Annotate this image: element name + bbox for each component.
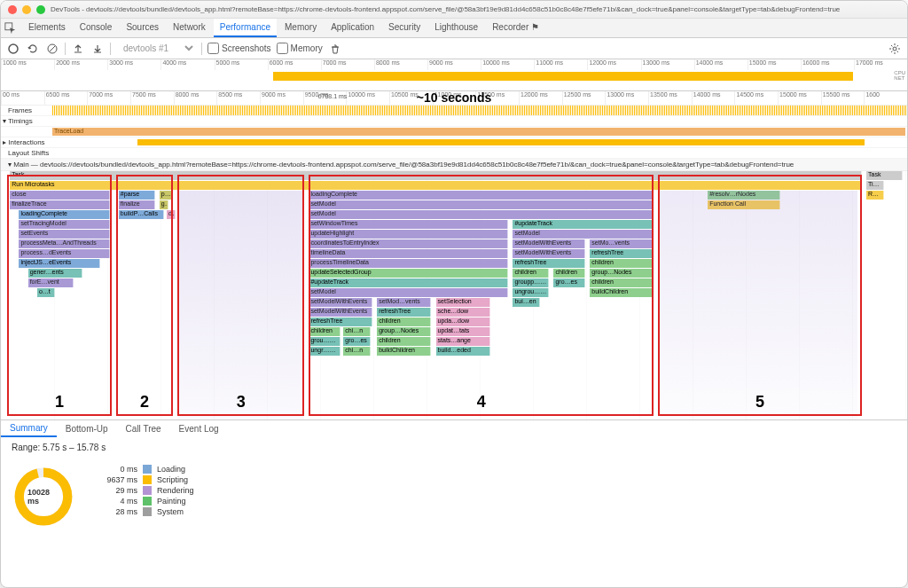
flame-item[interactable]: group…Nodes bbox=[590, 269, 654, 278]
tab-memory[interactable]: Memory bbox=[278, 19, 323, 37]
flame-item[interactable]: loadingComplete bbox=[309, 191, 653, 200]
flame-item[interactable]: buildChildren bbox=[590, 288, 654, 297]
flame-item[interactable]: children bbox=[513, 269, 549, 278]
flame-item[interactable]: gro…es bbox=[553, 278, 585, 287]
main-thread-label[interactable]: ▾ Main — devtools://devtools/bundled/dev… bbox=[1, 159, 907, 171]
flame-item[interactable]: refreshTree bbox=[513, 259, 585, 268]
traceload-bar[interactable]: TraceLoad bbox=[52, 128, 905, 136]
flame-item[interactable]: setWindowTimes bbox=[309, 220, 508, 229]
flame-item[interactable]: setMo…vents bbox=[590, 239, 654, 248]
track-traceload[interactable]: TraceLoad bbox=[1, 127, 907, 137]
flame-item[interactable]: setModelWithEvents bbox=[513, 239, 585, 248]
tab-network[interactable]: Network bbox=[167, 19, 212, 37]
flame-item[interactable]: setTracingModel bbox=[19, 220, 109, 229]
flame-task-right[interactable]: Task bbox=[866, 171, 903, 180]
flame-item[interactable]: setSelection bbox=[436, 298, 490, 307]
screenshots-checkbox[interactable]: Screenshots bbox=[207, 43, 271, 54]
flame-item[interactable]: setModel bbox=[309, 210, 653, 219]
flame-item[interactable]: gener…ents bbox=[28, 269, 82, 278]
flame-microtasks[interactable]: Run Microtasks bbox=[10, 181, 862, 190]
flame-item[interactable]: ungrou…Nodes bbox=[513, 288, 549, 297]
btab-call-tree[interactable]: Call Tree bbox=[117, 421, 170, 436]
flame-item[interactable]: upda…dow bbox=[436, 318, 490, 326]
load-profile-button[interactable] bbox=[71, 42, 85, 56]
flame-item[interactable]: coordinatesToEntryIndex bbox=[309, 239, 508, 248]
flame-item[interactable]: refreshTree bbox=[309, 318, 372, 326]
tab-sources[interactable]: Sources bbox=[120, 19, 165, 37]
flame-item[interactable]: finalize bbox=[119, 200, 155, 209]
flame-item[interactable]: injectJS…eEvents bbox=[19, 259, 100, 268]
flame-item[interactable]: children bbox=[377, 318, 431, 326]
btab-event-log[interactable]: Event Log bbox=[170, 421, 228, 436]
tab-recorder[interactable]: Recorder ⚑ bbox=[486, 19, 545, 37]
flame-item[interactable]: stats…ange bbox=[436, 337, 490, 346]
flame-item[interactable]: build…eded bbox=[436, 347, 490, 356]
flame-item[interactable]: refreshTree bbox=[377, 308, 431, 317]
flame-item[interactable]: process…dEvents bbox=[19, 249, 109, 258]
tab-lighthouse[interactable]: Lighthouse bbox=[428, 19, 484, 37]
flame-item[interactable]: setModelWithEvents bbox=[309, 298, 372, 307]
flame-item[interactable]: grou…odes bbox=[309, 337, 340, 346]
flame-item[interactable]: setModel bbox=[309, 200, 653, 209]
flame-item[interactable]: #updateTrack bbox=[309, 278, 508, 287]
flame-timed[interactable]: Ti…ed bbox=[866, 181, 884, 190]
flame-item[interactable]: processMeta…AndThreads bbox=[19, 239, 109, 248]
flame-item[interactable]: g… bbox=[160, 200, 168, 209]
flame-item[interactable]: setModelWithEvents bbox=[309, 308, 372, 317]
flame-item[interactable]: close bbox=[10, 191, 109, 200]
tab-console[interactable]: Console bbox=[74, 19, 119, 37]
flame-item[interactable]: chi…n bbox=[343, 347, 371, 356]
flame-item[interactable]: updat…tats bbox=[436, 327, 490, 336]
tab-elements[interactable]: Elements bbox=[22, 19, 72, 37]
flame-item[interactable]: buildP…Calls bbox=[119, 210, 164, 219]
flame-item[interactable]: forE…vent bbox=[28, 278, 74, 287]
flame-item[interactable]: groupp…Nodes bbox=[513, 278, 549, 287]
overview[interactable]: 1000 ms2000 ms3000 ms4000 ms5000 ms6000 … bbox=[1, 59, 907, 91]
track-frames[interactable]: Frames bbox=[1, 106, 907, 116]
btab-bottom-up[interactable]: Bottom-Up bbox=[57, 421, 117, 436]
flame-item[interactable]: refreshTree bbox=[590, 249, 654, 258]
flame-item[interactable]: o…t bbox=[37, 288, 55, 297]
collect-garbage-button[interactable] bbox=[328, 42, 342, 56]
flame-item[interactable]: setModel bbox=[309, 288, 508, 297]
flame-item[interactable]: sche…dow bbox=[436, 308, 490, 317]
close-window-icon[interactable] bbox=[8, 5, 17, 14]
track-timings[interactable]: ▾ Timings bbox=[1, 116, 907, 127]
flame-item[interactable]: gro…es bbox=[343, 337, 371, 346]
flame-item[interactable]: processTimelineData bbox=[309, 259, 508, 268]
save-profile-button[interactable] bbox=[90, 42, 105, 56]
flame-ruks[interactable]: Ru…ks bbox=[866, 191, 884, 200]
flame-item[interactable]: d… bbox=[167, 210, 176, 219]
flame-item[interactable]: ungr…odes bbox=[309, 347, 340, 356]
flame-item[interactable]: p… bbox=[160, 191, 173, 200]
fullscreen-window-icon[interactable] bbox=[36, 5, 45, 14]
flame-item[interactable]: children bbox=[590, 278, 654, 287]
flame-task[interactable]: Task bbox=[10, 171, 862, 180]
flame-item[interactable]: setMod…vents bbox=[377, 298, 431, 307]
flame-ruler[interactable]: 00 ms6500 ms7000 ms7500 ms8000 ms8500 ms… bbox=[1, 91, 907, 106]
minimize-window-icon[interactable] bbox=[22, 5, 31, 14]
flame-item[interactable]: finalizeTrace bbox=[10, 200, 109, 209]
flame-item[interactable]: bui…en bbox=[513, 298, 540, 307]
flame-item[interactable]: children bbox=[377, 337, 431, 346]
flame-item[interactable]: setModelWithEvents bbox=[513, 249, 585, 258]
flame-item[interactable]: group…Nodes bbox=[377, 327, 431, 336]
flame-item[interactable]: #parse bbox=[119, 191, 155, 200]
btab-summary[interactable]: Summary bbox=[1, 420, 57, 437]
flame-item[interactable]: updateHighlight bbox=[309, 230, 508, 239]
profile-select[interactable]: devtools #1 bbox=[116, 42, 196, 55]
flame-item[interactable]: loadingComplete bbox=[19, 210, 109, 219]
flame-item[interactable]: children bbox=[553, 269, 585, 278]
flame-item[interactable]: timelineData bbox=[309, 249, 508, 258]
flame-item[interactable]: buildChildren bbox=[377, 347, 431, 356]
track-interactions[interactable]: ▸ Interactions bbox=[1, 137, 907, 148]
flame-item[interactable]: setModel bbox=[513, 230, 653, 239]
flame-item[interactable]: chi…n bbox=[343, 327, 371, 336]
flame-item[interactable]: setEvents bbox=[19, 230, 109, 239]
inspect-icon[interactable] bbox=[4, 22, 17, 35]
flame-item[interactable]: children bbox=[590, 259, 654, 268]
settings-button[interactable] bbox=[888, 42, 902, 56]
tab-security[interactable]: Security bbox=[382, 19, 427, 37]
record-button[interactable] bbox=[6, 42, 20, 56]
track-layout-shifts[interactable]: Layout Shifts bbox=[1, 148, 907, 159]
